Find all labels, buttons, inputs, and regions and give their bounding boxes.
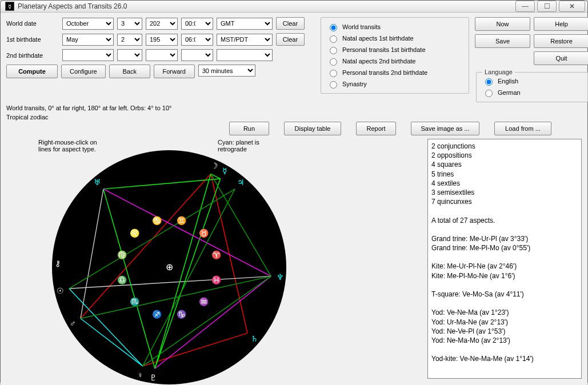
mode-radio-5[interactable]: Synastry	[327, 78, 463, 90]
svg-line-11	[103, 189, 271, 276]
zodiac-sign: ♐	[152, 310, 162, 319]
help-button[interactable]: Help	[534, 17, 588, 31]
app-window: ☿ Planetary Aspects and Transits 26.0 — …	[0, 0, 588, 385]
svg-line-6	[155, 179, 220, 368]
mode-radio-4[interactable]: Personal transits 2nd birthdate	[327, 67, 463, 78]
status-line-2: Tropical zodiac	[6, 114, 582, 121]
back-button[interactable]: Back	[109, 65, 150, 78]
svg-line-5	[103, 179, 221, 189]
mode-radio-0[interactable]: World transits	[327, 21, 463, 33]
app-icon: ☿	[5, 2, 14, 11]
right-panel: Now Help Save Restore Quit Language Engl…	[475, 17, 588, 102]
load-from-button[interactable]: Load from ...	[494, 122, 551, 135]
world-time-select[interactable]: 00:00	[181, 18, 213, 30]
save-button[interactable]: Save	[475, 34, 530, 48]
mode-radio-2[interactable]: Personal transits 1st birthdate	[327, 44, 463, 55]
quit-button[interactable]: Quit	[534, 51, 588, 65]
language-radio-english[interactable]: English	[482, 75, 582, 87]
zodiac-sign: ♌	[130, 228, 139, 238]
svg-line-0	[81, 174, 211, 318]
mode-radio-3[interactable]: Natal apects 2nd birthdate	[327, 55, 463, 67]
world-month-select[interactable]: October	[62, 18, 114, 30]
second-bd-label: 2nd birthdate	[6, 52, 59, 59]
run-button[interactable]: Run	[229, 122, 269, 135]
zodiac-sign: ♓	[211, 275, 221, 284]
world-date-label: World date	[6, 20, 59, 27]
aspect-wheel[interactable]: ⊕ ♈♉♊♋♌♍♎♏♐♑♒♓☽☿♃♆♄♀♇♂☉⚷♅	[52, 150, 286, 384]
svg-line-10	[155, 276, 271, 369]
bd2-month-select[interactable]	[62, 49, 114, 61]
world-year-select[interactable]: 2023	[146, 18, 178, 30]
world-day-select[interactable]: 3	[117, 18, 142, 30]
configure-button[interactable]: Configure	[61, 65, 106, 78]
restore-button[interactable]: Restore	[534, 34, 588, 48]
titlebar: ☿ Planetary Aspects and Transits 26.0 — …	[1, 1, 587, 13]
svg-line-15	[143, 276, 271, 366]
report-button[interactable]: Report	[356, 122, 396, 135]
forward-button[interactable]: Forward	[154, 65, 195, 78]
save-image-button[interactable]: Save image as ...	[411, 122, 479, 135]
svg-line-8	[155, 174, 211, 368]
bd1-clear-button[interactable]: Clear	[276, 33, 305, 46]
world-tz-select[interactable]: GMT	[217, 18, 273, 30]
zodiac-sign: ♊	[177, 216, 186, 225]
first-bd-label: 1st birthdate	[6, 36, 59, 43]
zodiac-sign: ♑	[177, 310, 186, 319]
minimize-button[interactable]: —	[515, 1, 535, 12]
mode-radio-1[interactable]: Natal apects 1st birthdate	[327, 33, 463, 44]
date-inputs-panel: World date October 3 2023 00:00 GMT Clea…	[6, 17, 315, 81]
status-line-1: World transits, 0° at far right, 180° at…	[6, 105, 582, 111]
bd1-day-select[interactable]: 25	[117, 34, 142, 46]
step-select[interactable]: 30 minutes	[198, 65, 255, 77]
window-title: Planetary Aspects and Transits 26.0	[18, 2, 515, 10]
display-table-button[interactable]: Display table	[284, 122, 341, 135]
results-text[interactable]: 2 conjunctions 2 oppositions 4 squares 5…	[427, 139, 582, 379]
bd2-time-select[interactable]	[181, 49, 213, 61]
svg-line-12	[81, 319, 143, 366]
client-area: World date October 3 2023 00:00 GMT Clea…	[1, 13, 587, 385]
svg-line-18	[69, 189, 235, 288]
world-clear-button[interactable]: Clear	[276, 17, 305, 30]
bd2-year-select[interactable]	[146, 49, 178, 61]
svg-line-2	[143, 333, 247, 366]
compute-button[interactable]: Compute	[6, 65, 58, 78]
svg-line-4	[69, 276, 271, 289]
bd2-tz-select[interactable]	[217, 49, 273, 61]
zodiac-sign: ♏	[130, 297, 139, 306]
language-radio-german[interactable]: German	[482, 87, 582, 98]
bd1-tz-select[interactable]: MST/PDT	[217, 34, 273, 46]
svg-line-3	[81, 189, 103, 319]
maximize-button[interactable]: ☐	[537, 1, 557, 12]
bd1-month-select[interactable]: May	[62, 34, 114, 46]
bd1-time-select[interactable]: 06:00	[181, 34, 213, 46]
language-legend: Language	[482, 69, 515, 75]
chart-area: Right-mouse-click on lines for aspect ty…	[6, 139, 292, 384]
zodiac-sign: ♎	[117, 275, 127, 284]
now-button[interactable]: Now	[475, 17, 530, 31]
zodiac-sign: ♒	[199, 297, 209, 306]
zodiac-sign: ♋	[152, 216, 162, 225]
mode-group: World transitsNatal apects 1st birthdate…	[321, 17, 469, 94]
language-group: Language EnglishGerman	[476, 69, 588, 102]
svg-text:⊕: ⊕	[166, 262, 173, 272]
close-button[interactable]: ✕	[559, 1, 585, 12]
zodiac-sign: ♉	[199, 228, 209, 238]
bd2-day-select[interactable]	[117, 49, 142, 61]
zodiac-sign: ♈	[211, 250, 221, 259]
zodiac-sign: ♍	[117, 250, 127, 259]
bd1-year-select[interactable]: 1956	[146, 34, 178, 46]
